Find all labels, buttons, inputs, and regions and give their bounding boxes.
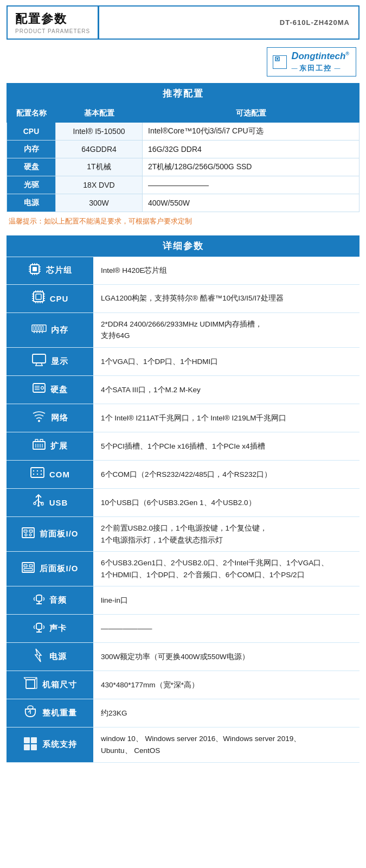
svg-rect-54: [35, 439, 38, 442]
logo-area: Dongtintech® — 东田工控 —: [0, 43, 366, 79]
rec-table-row: 内存 64GDDR4 16G/32G DDR4: [7, 141, 359, 158]
rec-row-optional: ————————: [143, 176, 359, 194]
detail-row: CPU LGA1200构架，支持英特尔® 酷睿™10代I3/I5/I7处理器: [7, 285, 359, 313]
detail-row: 硬盘 4个SATA III口，1个M.2 M-Key: [7, 376, 359, 404]
detail-icon-整机重量: [23, 705, 38, 722]
header-title-en: PRODUCT PARAMETERS: [15, 28, 90, 34]
detail-value: window 10、 Windows server 2016、Windows s…: [93, 727, 359, 762]
svg-point-70: [34, 502, 36, 505]
detail-label-cell-声卡: 声卡: [7, 615, 93, 642]
detail-label-cell-整机重量: 整机重量: [7, 699, 93, 727]
header-model: DT-610L-ZH420MA: [99, 7, 358, 39]
detail-row: 网络 1个 Intel® I211AT千兆网口，1个 Intel® I219LM…: [7, 404, 359, 432]
svg-rect-97: [24, 744, 30, 750]
svg-rect-53: [33, 442, 45, 449]
detail-row: 系统支持 window 10、 Windows server 2016、Wind…: [7, 727, 359, 762]
detail-row: 声卡 ———————: [7, 615, 359, 643]
svg-point-72: [37, 505, 40, 507]
detail-value: 10个USB口（6个USB3.2Gen 1、4个USB2.0）: [93, 489, 359, 516]
rec-row-basic: Intel® I5-10500: [56, 123, 143, 141]
header-left: 配置参数 PRODUCT PARAMETERS: [8, 7, 98, 39]
rec-row-optional: 400W/550W: [143, 194, 359, 212]
rec-row-basic: 18X DVD: [56, 176, 143, 194]
svg-rect-35: [34, 326, 35, 330]
rec-row-name: CPU: [7, 123, 56, 141]
detail-row: 前面板I/O 2个前置USB2.0接口，1个电源按键，1个复位键，1个电源指示灯…: [7, 517, 359, 552]
detail-value: 1个 Intel® I211AT千兆网口，1个 Intel® I219LM千兆网…: [93, 404, 359, 432]
header-title-cn: 配置参数: [15, 11, 90, 27]
detail-row: 机箱尺寸 430*480*177mm（宽*深*高）: [7, 671, 359, 699]
detail-row: 显示 1个VGA口、1个DP口、1个HDMI口: [7, 348, 359, 376]
rec-row-name: 硬盘: [7, 158, 56, 176]
rec-row-name: 电源: [7, 194, 56, 212]
detail-icon-COM: [30, 467, 45, 482]
detail-label-cell-电源: 电源: [7, 643, 93, 671]
svg-point-76: [25, 534, 27, 536]
detail-value: 300W额定功率（可更换400W或550W电源）: [93, 643, 359, 671]
detail-icon-前面板I/O: [21, 526, 35, 543]
detail-icon-声卡: [33, 620, 45, 637]
rec-row-name: 光驱: [7, 176, 56, 194]
svg-point-63: [41, 470, 42, 471]
svg-rect-36: [36, 326, 38, 330]
detail-value: ———————: [93, 615, 359, 642]
detail-label-cell-音频: 音频: [7, 586, 93, 614]
detail-label-text: USB: [49, 498, 68, 507]
logo-brand-cn: 东田工控: [299, 63, 332, 73]
detail-icon-系统支持: [23, 736, 38, 754]
col-basic: 基本配置: [56, 105, 143, 123]
svg-rect-79: [24, 565, 27, 567]
detail-value: 约23KG: [93, 699, 359, 727]
detail-icon-音频: [33, 592, 45, 609]
detail-label-cell-后面板I/O: 后面板I/O: [7, 552, 93, 586]
rec-row-optional: 2T机械/128G/256G/500G SSD: [143, 158, 359, 176]
svg-rect-71: [41, 502, 43, 505]
svg-rect-75: [29, 530, 33, 532]
detail-icon-网络: [31, 409, 47, 426]
detail-icon-电源: [33, 648, 45, 666]
svg-point-64: [33, 474, 34, 475]
svg-rect-38: [42, 326, 43, 330]
svg-rect-60: [31, 468, 44, 477]
detail-section: 详细参数 芯片组 Intel® H420E芯片组: [7, 235, 359, 763]
detail-value: 4个SATA III口，1个M.2 M-Key: [93, 376, 359, 404]
rec-row-optional: Intel®Core™10代i3/i5/i7 CPU可选: [143, 123, 359, 141]
detail-row: 扩展 5个PCI插槽、1个PCIe x16插槽、1个PCIe x4插槽: [7, 432, 359, 461]
detail-row: 芯片组 Intel® H420E芯片组: [7, 257, 359, 285]
warn-text: 温馨提示：如以上配置不能满足要求，可根据客户要求定制: [9, 216, 357, 227]
detail-label-cell-机箱尺寸: 机箱尺寸: [7, 671, 93, 699]
detail-icon-扩展: [32, 437, 46, 455]
svg-point-62: [37, 470, 38, 471]
svg-rect-3: [33, 267, 37, 271]
svg-point-92: [28, 706, 33, 709]
recommended-table: 配置名称 基本配置 可选配置 CPU Intel® I5-10500 Intel…: [7, 104, 359, 212]
detail-label-cell-网络: 网络: [7, 404, 93, 432]
svg-rect-43: [33, 354, 46, 363]
detail-label-text: 显示: [51, 356, 68, 367]
detail-icon-内存: [31, 323, 47, 337]
detail-icon-显示: [31, 353, 47, 369]
svg-rect-16: [34, 292, 43, 302]
detail-row: 电源 300W额定功率（可更换400W或550W电源）: [7, 643, 359, 671]
detail-label-text: COM: [49, 470, 70, 479]
detail-label-cell-CPU: CPU: [7, 285, 93, 312]
detail-label-text: 芯片组: [46, 265, 72, 276]
detail-row: 音频 line-in口: [7, 586, 359, 615]
detail-label-cell-显示: 显示: [7, 348, 93, 375]
detail-value: 5个PCI插槽、1个PCIe x16插槽、1个PCIe x4插槽: [93, 432, 359, 460]
detail-icon-后面板I/O: [21, 560, 35, 578]
rec-table-row: CPU Intel® I5-10500 Intel®Core™10代i3/i5/…: [7, 123, 359, 141]
detail-value: 2*DDR4 2400/2666/2933MHz UDIMM内存插槽，支持64G: [93, 313, 359, 347]
rec-row-basic: 1T机械: [56, 158, 143, 176]
detail-label-text: 前面板I/O: [40, 529, 78, 539]
detail-label-text: 机箱尺寸: [42, 680, 77, 690]
logo-icon: [273, 55, 287, 69]
logo-box: Dongtintech® — 东田工控 —: [267, 47, 356, 76]
detail-label-cell-芯片组: 芯片组: [7, 257, 93, 284]
detail-value: 1个VGA口、1个DP口、1个HDMI口: [93, 348, 359, 375]
detail-label-text: 声卡: [49, 623, 67, 634]
detail-icon-硬盘: [32, 381, 46, 398]
rec-table-row: 硬盘 1T机械 2T机械/128G/256G/500G SSD: [7, 158, 359, 176]
rec-table-row: 光驱 18X DVD ————————: [7, 176, 359, 194]
svg-rect-98: [31, 744, 37, 750]
